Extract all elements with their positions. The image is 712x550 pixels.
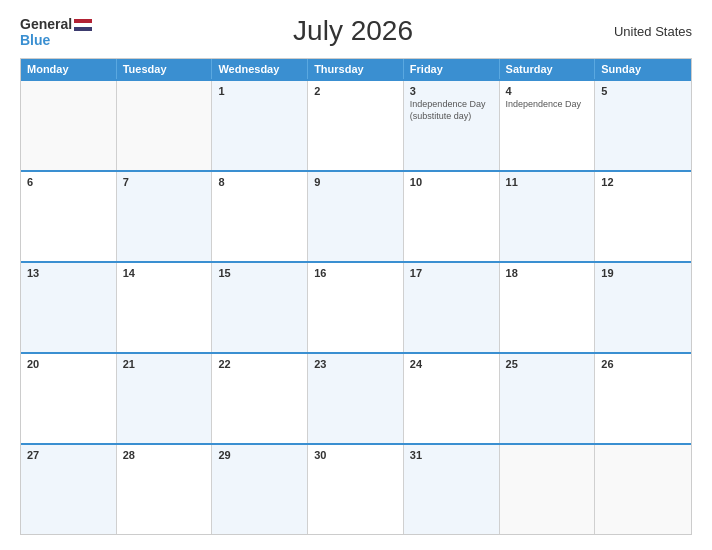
calendar-cell: 10 bbox=[404, 172, 500, 261]
day-number: 22 bbox=[218, 358, 301, 370]
day-number: 1 bbox=[218, 85, 301, 97]
calendar-cell: 27 bbox=[21, 445, 117, 534]
calendar-cell: 16 bbox=[308, 263, 404, 352]
calendar-cell: 30 bbox=[308, 445, 404, 534]
day-number: 24 bbox=[410, 358, 493, 370]
calendar-cell: 29 bbox=[212, 445, 308, 534]
logo-blue: Blue bbox=[20, 33, 92, 48]
calendar-header-cell: Wednesday bbox=[212, 59, 308, 79]
day-number: 12 bbox=[601, 176, 685, 188]
day-number: 28 bbox=[123, 449, 206, 461]
day-number: 5 bbox=[601, 85, 685, 97]
calendar-cell: 20 bbox=[21, 354, 117, 443]
day-number: 21 bbox=[123, 358, 206, 370]
calendar-cell: 11 bbox=[500, 172, 596, 261]
calendar-cell bbox=[117, 81, 213, 170]
day-number: 9 bbox=[314, 176, 397, 188]
holiday-label: Independence Day bbox=[506, 99, 589, 111]
page: General Blue July 2026 United States Mon… bbox=[0, 0, 712, 550]
day-number: 15 bbox=[218, 267, 301, 279]
calendar-cell bbox=[500, 445, 596, 534]
country-label: United States bbox=[614, 24, 692, 39]
day-number: 20 bbox=[27, 358, 110, 370]
month-title: July 2026 bbox=[293, 15, 413, 47]
calendar-cell: 8 bbox=[212, 172, 308, 261]
calendar-cell: 1 bbox=[212, 81, 308, 170]
day-number: 18 bbox=[506, 267, 589, 279]
calendar-row: 2728293031 bbox=[21, 443, 691, 534]
logo: General Blue bbox=[20, 15, 92, 48]
calendar-cell bbox=[21, 81, 117, 170]
calendar-body: 123Independence Day (substitute day)4Ind… bbox=[21, 79, 691, 534]
calendar-cell: 26 bbox=[595, 354, 691, 443]
calendar-row: 123Independence Day (substitute day)4Ind… bbox=[21, 79, 691, 170]
calendar-row: 20212223242526 bbox=[21, 352, 691, 443]
day-number: 8 bbox=[218, 176, 301, 188]
day-number: 11 bbox=[506, 176, 589, 188]
calendar-header-cell: Saturday bbox=[500, 59, 596, 79]
calendar-cell: 13 bbox=[21, 263, 117, 352]
calendar-row: 6789101112 bbox=[21, 170, 691, 261]
calendar-cell: 28 bbox=[117, 445, 213, 534]
day-number: 16 bbox=[314, 267, 397, 279]
day-number: 19 bbox=[601, 267, 685, 279]
day-number: 27 bbox=[27, 449, 110, 461]
calendar-cell: 4Independence Day bbox=[500, 81, 596, 170]
calendar-cell bbox=[595, 445, 691, 534]
calendar-cell: 18 bbox=[500, 263, 596, 352]
calendar: MondayTuesdayWednesdayThursdayFridaySatu… bbox=[20, 58, 692, 535]
calendar-cell: 6 bbox=[21, 172, 117, 261]
calendar-cell: 12 bbox=[595, 172, 691, 261]
calendar-cell: 25 bbox=[500, 354, 596, 443]
calendar-header-cell: Sunday bbox=[595, 59, 691, 79]
calendar-cell: 17 bbox=[404, 263, 500, 352]
header: General Blue July 2026 United States bbox=[20, 15, 692, 48]
calendar-cell: 19 bbox=[595, 263, 691, 352]
calendar-cell: 21 bbox=[117, 354, 213, 443]
calendar-cell: 31 bbox=[404, 445, 500, 534]
calendar-cell: 2 bbox=[308, 81, 404, 170]
day-number: 7 bbox=[123, 176, 206, 188]
day-number: 6 bbox=[27, 176, 110, 188]
logo-general: General bbox=[20, 16, 72, 32]
calendar-header-cell: Tuesday bbox=[117, 59, 213, 79]
calendar-cell: 3Independence Day (substitute day) bbox=[404, 81, 500, 170]
calendar-cell: 7 bbox=[117, 172, 213, 261]
calendar-cell: 22 bbox=[212, 354, 308, 443]
day-number: 3 bbox=[410, 85, 493, 97]
day-number: 29 bbox=[218, 449, 301, 461]
logo-text: General bbox=[20, 15, 92, 33]
day-number: 14 bbox=[123, 267, 206, 279]
day-number: 26 bbox=[601, 358, 685, 370]
calendar-cell: 24 bbox=[404, 354, 500, 443]
day-number: 13 bbox=[27, 267, 110, 279]
calendar-cell: 23 bbox=[308, 354, 404, 443]
calendar-header-cell: Thursday bbox=[308, 59, 404, 79]
day-number: 30 bbox=[314, 449, 397, 461]
day-number: 4 bbox=[506, 85, 589, 97]
day-number: 31 bbox=[410, 449, 493, 461]
day-number: 23 bbox=[314, 358, 397, 370]
day-number: 17 bbox=[410, 267, 493, 279]
day-number: 2 bbox=[314, 85, 397, 97]
calendar-header: MondayTuesdayWednesdayThursdayFridaySatu… bbox=[21, 59, 691, 79]
calendar-row: 13141516171819 bbox=[21, 261, 691, 352]
holiday-label: Independence Day (substitute day) bbox=[410, 99, 493, 122]
day-number: 10 bbox=[410, 176, 493, 188]
logo-flag bbox=[74, 19, 92, 31]
calendar-cell: 14 bbox=[117, 263, 213, 352]
calendar-header-cell: Friday bbox=[404, 59, 500, 79]
calendar-header-cell: Monday bbox=[21, 59, 117, 79]
day-number: 25 bbox=[506, 358, 589, 370]
calendar-cell: 9 bbox=[308, 172, 404, 261]
calendar-cell: 15 bbox=[212, 263, 308, 352]
calendar-cell: 5 bbox=[595, 81, 691, 170]
